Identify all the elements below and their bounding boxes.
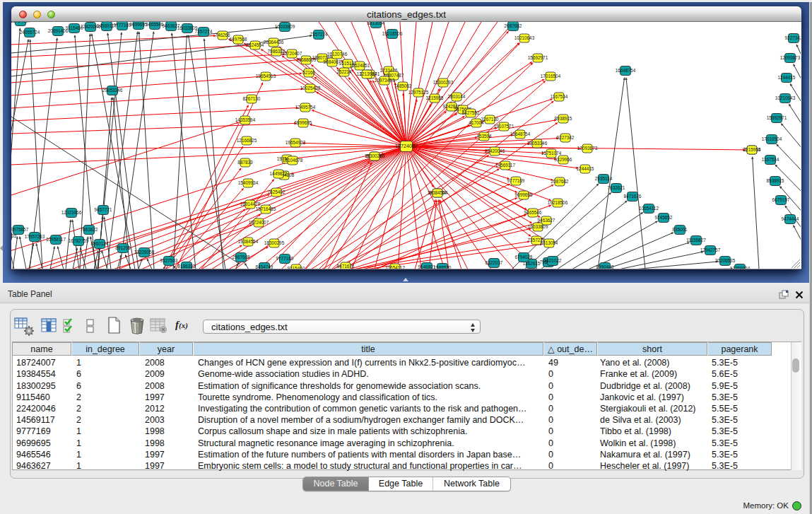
svg-text:12942757: 12942757 xyxy=(700,247,721,252)
svg-text:891295: 891295 xyxy=(115,245,131,250)
svg-text:1244415: 1244415 xyxy=(577,166,594,171)
svg-text:14569117: 14569117 xyxy=(495,163,515,168)
svg-text:18724007: 18724007 xyxy=(395,143,418,149)
svg-text:19384554: 19384554 xyxy=(428,190,448,195)
svg-text:9699695: 9699695 xyxy=(130,22,148,27)
svg-text:10958117: 10958117 xyxy=(46,237,66,242)
svg-text:62160: 62160 xyxy=(302,70,315,75)
svg-text:10210643: 10210643 xyxy=(775,95,796,100)
svg-text:15720407: 15720407 xyxy=(282,51,302,56)
svg-text:19218506: 19218506 xyxy=(382,31,403,36)
svg-text:8960124: 8960124 xyxy=(91,241,109,246)
svg-text:6322037: 6322037 xyxy=(486,260,503,265)
svg-text:19384554: 19384554 xyxy=(238,239,259,244)
svg-text:19654923: 19654923 xyxy=(286,140,306,145)
svg-text:252214: 252214 xyxy=(336,69,352,74)
svg-text:8427552: 8427552 xyxy=(462,110,480,115)
svg-text:9329966: 9329966 xyxy=(555,157,572,162)
svg-text:2803144: 2803144 xyxy=(448,94,466,99)
svg-text:746266: 746266 xyxy=(215,33,230,37)
svg-text:15692971: 15692971 xyxy=(767,115,787,120)
svg-text:9777169: 9777169 xyxy=(507,178,525,183)
svg-text:7357274: 7357274 xyxy=(310,32,328,37)
svg-text:9115460: 9115460 xyxy=(288,266,305,269)
svg-text:8938915: 8938915 xyxy=(767,178,784,183)
svg-text:10025438: 10025438 xyxy=(300,86,321,90)
svg-text:1621022: 1621022 xyxy=(544,258,562,263)
svg-text:15300293: 15300293 xyxy=(433,80,454,85)
svg-text:9457771: 9457771 xyxy=(95,207,112,212)
svg-text:18300295: 18300295 xyxy=(264,240,285,245)
svg-text:6497568: 6497568 xyxy=(230,37,247,42)
svg-text:13524851: 13524851 xyxy=(350,63,370,68)
svg-text:8454749: 8454749 xyxy=(256,264,273,269)
svg-text:887833: 887833 xyxy=(237,160,253,165)
svg-text:29053346: 29053346 xyxy=(527,141,548,146)
svg-text:2087682: 2087682 xyxy=(551,179,569,184)
svg-text:8813054: 8813054 xyxy=(541,240,558,245)
svg-text:8938915: 8938915 xyxy=(555,116,572,121)
svg-text:8813054: 8813054 xyxy=(367,22,385,25)
svg-text:453594: 453594 xyxy=(476,134,492,139)
svg-text:8267130: 8267130 xyxy=(243,96,261,101)
svg-text:16782759: 16782759 xyxy=(69,238,89,243)
svg-text:19218506: 19218506 xyxy=(548,200,568,205)
svg-text:8471676: 8471676 xyxy=(624,194,642,199)
svg-text:6794028: 6794028 xyxy=(515,255,533,259)
svg-text:9227342: 9227342 xyxy=(785,35,801,40)
svg-text:9327503: 9327503 xyxy=(160,258,178,263)
svg-text:9463627: 9463627 xyxy=(538,218,555,223)
svg-text:18724007: 18724007 xyxy=(249,220,269,225)
svg-text:12323466: 12323466 xyxy=(61,210,82,215)
svg-text:16033809: 16033809 xyxy=(528,224,548,229)
svg-text:8186323: 8186323 xyxy=(178,264,196,269)
svg-text:1588520: 1588520 xyxy=(434,265,452,269)
svg-text:12093873: 12093873 xyxy=(577,146,598,151)
svg-text:12495754: 12495754 xyxy=(295,105,316,110)
svg-text:14353594: 14353594 xyxy=(235,117,256,122)
svg-text:6899695: 6899695 xyxy=(295,120,312,125)
svg-text:9465546: 9465546 xyxy=(524,210,542,215)
svg-text:12505135: 12505135 xyxy=(11,233,17,238)
svg-text:10654112: 10654112 xyxy=(385,265,405,269)
svg-text:18724007: 18724007 xyxy=(11,22,31,23)
svg-text:19654915: 19654915 xyxy=(256,74,276,78)
svg-text:15692971: 15692971 xyxy=(528,55,548,60)
svg-text:1167534: 1167534 xyxy=(762,157,779,162)
svg-text:1449822: 1449822 xyxy=(270,171,288,176)
svg-text:1167534: 1167534 xyxy=(551,94,568,99)
svg-text:24055724: 24055724 xyxy=(20,30,40,35)
svg-text:16120746: 16120746 xyxy=(327,52,348,57)
svg-text:1244415: 1244415 xyxy=(778,75,796,80)
svg-text:17016504: 17016504 xyxy=(762,136,782,141)
svg-text:9245652: 9245652 xyxy=(655,215,673,220)
svg-text:19975857: 19975857 xyxy=(11,227,29,232)
svg-text:12093873: 12093873 xyxy=(780,55,801,60)
svg-text:7485063: 7485063 xyxy=(394,83,412,88)
svg-text:10210643: 10210643 xyxy=(514,35,535,40)
svg-text:15751074: 15751074 xyxy=(541,151,562,156)
svg-text:6679197: 6679197 xyxy=(772,197,790,202)
svg-text:3267130: 3267130 xyxy=(481,117,499,122)
svg-text:17957253: 17957253 xyxy=(25,234,45,239)
svg-text:8990448: 8990448 xyxy=(596,264,614,269)
svg-text:3215955: 3215955 xyxy=(426,95,444,100)
svg-text:10654112: 10654112 xyxy=(639,206,659,211)
svg-text:9777169: 9777169 xyxy=(276,256,294,261)
svg-text:15300293: 15300293 xyxy=(365,153,385,158)
svg-text:3624554: 3624554 xyxy=(247,42,264,47)
svg-text:20206535: 20206535 xyxy=(715,258,736,263)
svg-text:13226058: 13226058 xyxy=(134,250,155,255)
svg-text:16914479: 16914479 xyxy=(240,201,261,206)
svg-text:7663822: 7663822 xyxy=(81,227,98,232)
svg-text:12975125: 12975125 xyxy=(408,90,429,95)
svg-text:2935114: 2935114 xyxy=(595,176,613,181)
svg-text:11156827: 11156827 xyxy=(686,238,706,243)
svg-text:12166825: 12166825 xyxy=(237,138,257,143)
svg-text:7632621: 7632621 xyxy=(608,185,625,190)
svg-text:2087682: 2087682 xyxy=(505,23,522,28)
svg-text:15409934: 15409934 xyxy=(238,180,259,185)
svg-text:8471676: 8471676 xyxy=(337,264,355,269)
svg-text:9474444: 9474444 xyxy=(782,216,799,221)
svg-text:20364436: 20364436 xyxy=(264,40,284,45)
